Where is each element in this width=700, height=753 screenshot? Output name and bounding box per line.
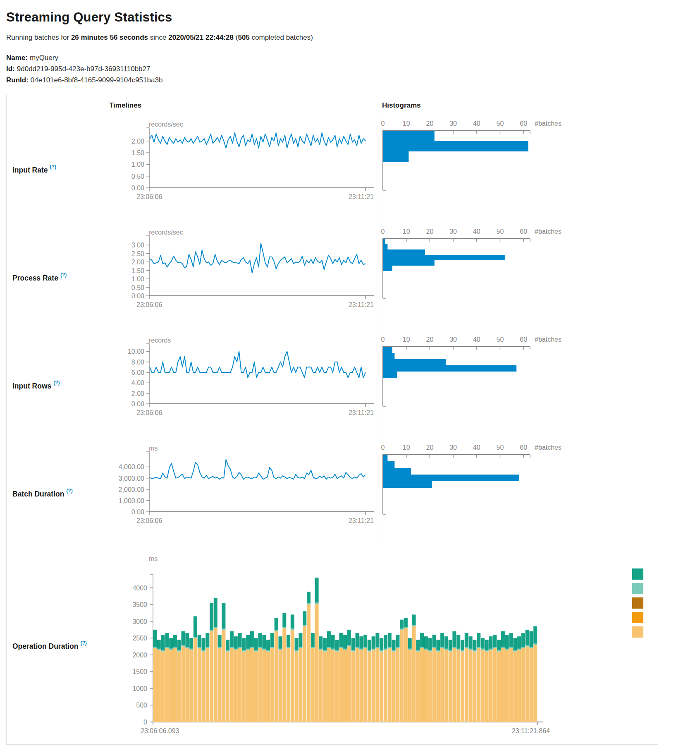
operation-duration-help-icon[interactable]: (?) <box>80 640 86 646</box>
batch-duration-help-icon[interactable]: (?) <box>66 488 72 494</box>
svg-text:8.00: 8.00 <box>131 359 144 366</box>
legend-swatch-5 <box>632 626 643 638</box>
svg-text:3500: 3500 <box>132 601 147 608</box>
query-name-line: Name:myQuery <box>6 52 700 63</box>
svg-text:23:11:21.864: 23:11:21.864 <box>512 727 550 734</box>
query-name-label: Name: <box>6 54 28 62</box>
process-rate-help-icon[interactable]: (?) <box>60 272 67 278</box>
query-runid-line: RunId:04e101e6-8bf8-4165-9099-9104c951ba… <box>6 74 700 86</box>
svg-text:0: 0 <box>381 228 385 235</box>
svg-text:6.00: 6.00 <box>131 369 144 376</box>
summary-duration: 26 minutes 56 seconds <box>71 34 148 41</box>
stats-table: Timelines Histograms Input Rate (?) reco… <box>6 95 658 745</box>
query-runid-label: RunId: <box>6 76 29 84</box>
svg-text:#batches: #batches <box>535 444 561 451</box>
svg-text:23:06:06: 23:06:06 <box>136 409 162 416</box>
svg-text:23:06:06: 23:06:06 <box>136 193 162 200</box>
legend-swatch-4 <box>632 612 643 623</box>
svg-text:4,000.00: 4,000.00 <box>119 463 144 470</box>
page-title: Streaming Query Statistics <box>6 10 700 25</box>
svg-text:40: 40 <box>473 228 480 235</box>
svg-text:2000: 2000 <box>132 652 147 659</box>
svg-text:23:11:21: 23:11:21 <box>349 517 374 524</box>
svg-text:23:11:21: 23:11:21 <box>349 193 374 200</box>
svg-text:20: 20 <box>426 336 434 343</box>
svg-text:ms: ms <box>149 555 158 562</box>
operation-duration-stacked-chart: ms4000350030002500200015001000500023:06:… <box>104 548 659 744</box>
svg-text:10: 10 <box>403 444 410 451</box>
svg-text:2.50: 2.50 <box>131 250 144 257</box>
svg-text:0.50: 0.50 <box>131 173 144 180</box>
svg-text:ms: ms <box>149 445 158 452</box>
svg-text:30: 30 <box>449 444 457 451</box>
svg-text:10: 10 <box>403 120 410 127</box>
legend-swatch-3 <box>632 597 643 609</box>
process-rate-label: Process Rate <box>12 274 58 283</box>
svg-text:0: 0 <box>143 719 147 726</box>
svg-text:records/sec: records/sec <box>149 229 183 236</box>
svg-text:2.00: 2.00 <box>131 259 144 266</box>
process-rate-timeline-chart: records/sec3.002.502.001.501.000.500.002… <box>104 224 377 332</box>
row-label-input-rows: Input Rows (?) <box>7 332 104 440</box>
svg-text:60: 60 <box>520 444 527 451</box>
svg-text:60: 60 <box>520 120 527 127</box>
query-runid-value: 04e101e6-8bf8-4165-9099-9104c951ba3b <box>31 76 163 84</box>
svg-text:10: 10 <box>403 228 410 235</box>
svg-text:50: 50 <box>497 228 504 235</box>
legend-swatch-1 <box>632 568 643 580</box>
svg-text:50: 50 <box>497 120 504 127</box>
svg-text:4.00: 4.00 <box>131 379 144 386</box>
svg-text:2.00: 2.00 <box>131 390 144 397</box>
svg-text:0: 0 <box>381 120 385 127</box>
summary-suffix: completed batches) <box>250 34 313 41</box>
svg-text:1.50: 1.50 <box>131 267 144 274</box>
svg-text:0.00: 0.00 <box>131 293 144 300</box>
input-rows-help-icon[interactable]: (?) <box>53 380 60 386</box>
batch-duration-label: Batch Duration <box>12 490 64 499</box>
input-rows-label: Input Rows <box>12 382 51 391</box>
svg-text:0: 0 <box>381 444 385 451</box>
process-rate-histogram-chart: 0102030405060#batches <box>377 224 659 332</box>
batch-duration-histogram-chart: 0102030405060#batches <box>377 440 659 548</box>
row-label-process-rate: Process Rate (?) <box>7 224 104 332</box>
query-id-label: Id: <box>6 65 15 73</box>
summary-since: since <box>148 34 168 41</box>
legend-swatch-2 <box>632 583 643 594</box>
input-rate-histogram-chart: 0102030405060#batches <box>377 116 659 224</box>
query-info: Name:myQuery Id:9d0dd219-995d-423e-b97d-… <box>6 52 700 86</box>
running-summary: Running batches for 26 minutes 56 second… <box>6 34 700 42</box>
svg-text:#batches: #batches <box>535 120 561 127</box>
input-rate-help-icon[interactable]: (?) <box>50 164 56 170</box>
svg-text:30: 30 <box>449 120 457 127</box>
svg-text:40: 40 <box>473 120 480 127</box>
svg-text:1.50: 1.50 <box>131 149 144 156</box>
svg-text:records/sec: records/sec <box>149 121 183 128</box>
svg-text:0.00: 0.00 <box>131 185 144 192</box>
input-rate-label: Input Rate <box>12 166 48 175</box>
svg-text:23:06:06: 23:06:06 <box>136 301 162 308</box>
svg-text:60: 60 <box>520 228 527 235</box>
svg-text:30: 30 <box>449 336 457 343</box>
summary-timestamp: 2020/05/21 22:44:28 <box>168 34 234 41</box>
summary-batch-count: 505 <box>238 34 249 41</box>
svg-text:23:11:21: 23:11:21 <box>349 301 374 308</box>
svg-text:2,000.00: 2,000.00 <box>119 486 144 493</box>
svg-text:#batches: #batches <box>535 228 561 235</box>
svg-text:1,000.00: 1,000.00 <box>119 497 144 504</box>
row-label-input-rate: Input Rate (?) <box>7 116 104 224</box>
query-name-value: myQuery <box>30 54 58 62</box>
svg-text:500: 500 <box>136 702 147 709</box>
svg-text:50: 50 <box>497 336 504 343</box>
input-rate-timeline-chart: records/sec2.001.501.000.500.0023:06:062… <box>104 116 377 224</box>
svg-text:3,000.00: 3,000.00 <box>119 475 144 482</box>
svg-text:23:06:06.093: 23:06:06.093 <box>141 727 179 734</box>
svg-text:10: 10 <box>403 336 410 343</box>
column-header-timelines: Timelines <box>104 95 377 116</box>
svg-text:1000: 1000 <box>132 685 147 692</box>
summary-prefix: Running batches for <box>6 34 71 41</box>
svg-text:0.00: 0.00 <box>131 400 144 408</box>
svg-text:0: 0 <box>381 336 385 343</box>
svg-text:30: 30 <box>449 228 457 235</box>
query-id-value: 9d0dd219-995d-423e-b97d-36931110bb27 <box>17 65 151 73</box>
svg-text:10.00: 10.00 <box>128 348 144 355</box>
